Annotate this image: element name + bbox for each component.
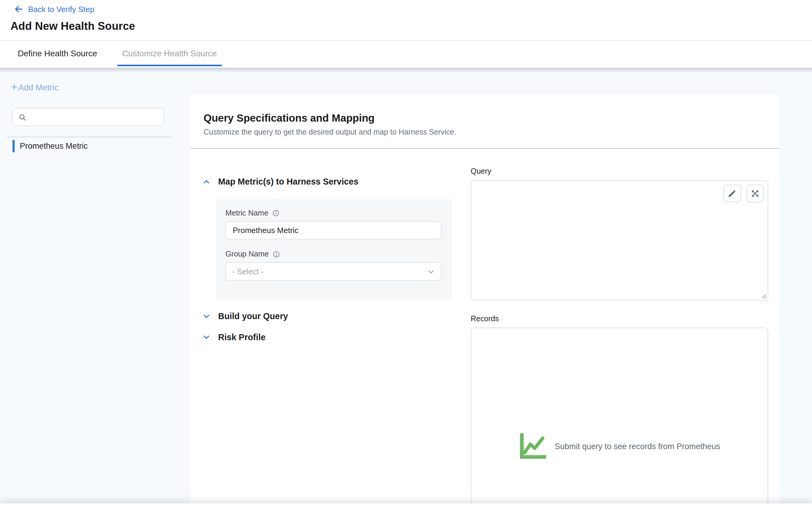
search-icon — [18, 113, 27, 121]
page-title: Add New Health Source — [10, 20, 135, 32]
records-empty-state: Submit query to see records from Prometh… — [471, 432, 768, 460]
section-risk-profile-toggle[interactable]: Risk Profile — [202, 332, 265, 342]
add-metric-label: Add Metric — [18, 83, 58, 92]
sidebar-item-prometheus-metric[interactable]: Prometheus Metric — [13, 140, 88, 152]
query-label: Query — [471, 167, 491, 175]
app-viewport: Back to Verify Step Add New Health Sourc… — [0, 0, 812, 510]
metric-name-label: Metric Name — [226, 209, 280, 217]
label-text: Metric Name — [226, 209, 268, 217]
sidebar-divider — [7, 137, 171, 137]
footer-bar — [0, 503, 812, 510]
section-title: Risk Profile — [218, 332, 265, 342]
info-icon[interactable] — [272, 209, 280, 217]
selected-indicator — [13, 140, 15, 152]
chevron-down-icon — [202, 312, 210, 320]
select-placeholder: - Select - — [232, 267, 264, 276]
metric-name-input[interactable] — [226, 221, 441, 240]
panel-subtitle: Customize the query to get the desired o… — [204, 128, 767, 136]
info-icon[interactable] — [272, 250, 280, 258]
panel-head: Query Specifications and Mapping Customi… — [190, 94, 780, 137]
chevron-down-icon — [427, 268, 435, 275]
group-name-label: Group Name — [226, 250, 281, 258]
label-text: Group Name — [226, 250, 269, 258]
panel-title: Query Specifications and Mapping — [204, 112, 767, 124]
pencil-icon — [727, 189, 737, 198]
edit-query-button[interactable] — [723, 185, 741, 202]
query-editor[interactable] — [471, 180, 768, 300]
resize-handle-icon[interactable] — [760, 292, 767, 299]
query-specifications-panel: Query Specifications and Mapping Customi… — [190, 94, 780, 510]
back-link-label: Back to Verify Step — [28, 5, 94, 13]
metrics-sidebar: + Add Metric Prometheus Metric — [0, 68, 190, 510]
chevron-down-icon — [202, 333, 210, 341]
tab-label: Customize Health Source — [122, 49, 217, 58]
page-header: Back to Verify Step Add New Health Sourc… — [0, 0, 812, 68]
records-label: Records — [471, 314, 499, 323]
section-build-your-query-toggle[interactable]: Build your Query — [202, 311, 288, 321]
tab-define-health-source[interactable]: Define Health Source — [13, 41, 102, 66]
add-metric-button[interactable]: + Add Metric — [11, 83, 58, 92]
section-map-metrics-toggle[interactable]: Map Metric(s) to Harness Services — [202, 177, 358, 187]
back-arrow-icon — [13, 4, 24, 14]
back-link[interactable]: Back to Verify Step — [13, 4, 94, 14]
records-empty-message: Submit query to see records from Prometh… — [555, 442, 720, 451]
query-toolbar — [723, 185, 764, 202]
metric-search — [12, 108, 165, 126]
tab-customize-health-source[interactable]: Customize Health Source — [117, 41, 222, 66]
metric-search-input[interactable] — [31, 112, 158, 122]
tab-bar: Define Health Source Customize Health So… — [13, 41, 221, 66]
content-area: + Add Metric Prometheus Metric Query Spe… — [0, 68, 812, 510]
chevron-up-icon — [202, 178, 210, 186]
panel-divider — [190, 148, 780, 149]
map-metrics-form: Metric Name Group Name - Select - — [216, 199, 452, 300]
tab-label: Define Health Source — [18, 49, 97, 58]
expand-icon — [751, 189, 760, 198]
plus-icon: + — [11, 81, 17, 92]
chart-icon — [519, 432, 548, 460]
metric-item-label: Prometheus Metric — [20, 142, 88, 151]
section-title: Build your Query — [218, 311, 288, 321]
group-name-select[interactable]: - Select - — [226, 263, 441, 281]
expand-query-button[interactable] — [746, 185, 764, 202]
records-panel: Submit query to see records from Prometh… — [471, 328, 768, 510]
section-title: Map Metric(s) to Harness Services — [218, 177, 358, 187]
